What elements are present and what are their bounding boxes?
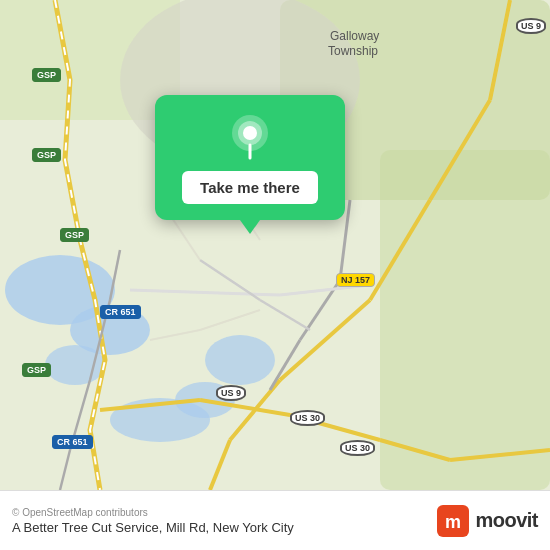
- location-popup[interactable]: Take me there: [155, 95, 345, 220]
- moovit-brand-icon: m: [437, 505, 469, 537]
- road-badge-cr651-2: CR 651: [52, 435, 93, 449]
- svg-point-5: [205, 335, 275, 385]
- road-badge-nj157: NJ 157: [336, 273, 375, 287]
- attribution: © OpenStreetMap contributors: [12, 507, 294, 518]
- road-badge-gsp-3: GSP: [60, 228, 89, 242]
- road-badge-gsp-1: GSP: [32, 68, 61, 82]
- road-badge-cr651-1: CR 651: [100, 305, 141, 319]
- pin-icon: [226, 113, 274, 161]
- svg-text:Galloway: Galloway: [330, 29, 379, 43]
- svg-rect-8: [380, 150, 550, 490]
- moovit-logo: m moovit: [437, 505, 538, 537]
- svg-text:Township: Township: [328, 44, 378, 58]
- svg-point-41: [243, 126, 257, 140]
- road-badge-gsp-2: GSP: [32, 148, 61, 162]
- location-name: A Better Tree Cut Service, Mill Rd, New …: [12, 520, 294, 535]
- road-badge-us9-2: US 9: [216, 385, 246, 401]
- road-badge-gsp-4: GSP: [22, 363, 51, 377]
- map-container: Galloway Township GSP GSP GSP GSP US 9 U…: [0, 0, 550, 490]
- road-badge-us30-1: US 30: [290, 410, 325, 426]
- map-svg: Galloway Township: [0, 0, 550, 490]
- road-badge-us9-1: US 9: [516, 18, 546, 34]
- moovit-text: moovit: [475, 509, 538, 532]
- road-badge-us30-2: US 30: [340, 440, 375, 456]
- svg-text:m: m: [445, 512, 461, 532]
- take-me-there-button[interactable]: Take me there: [182, 171, 318, 204]
- bottom-bar: © OpenStreetMap contributors A Better Tr…: [0, 490, 550, 550]
- location-info: © OpenStreetMap contributors A Better Tr…: [12, 507, 294, 535]
